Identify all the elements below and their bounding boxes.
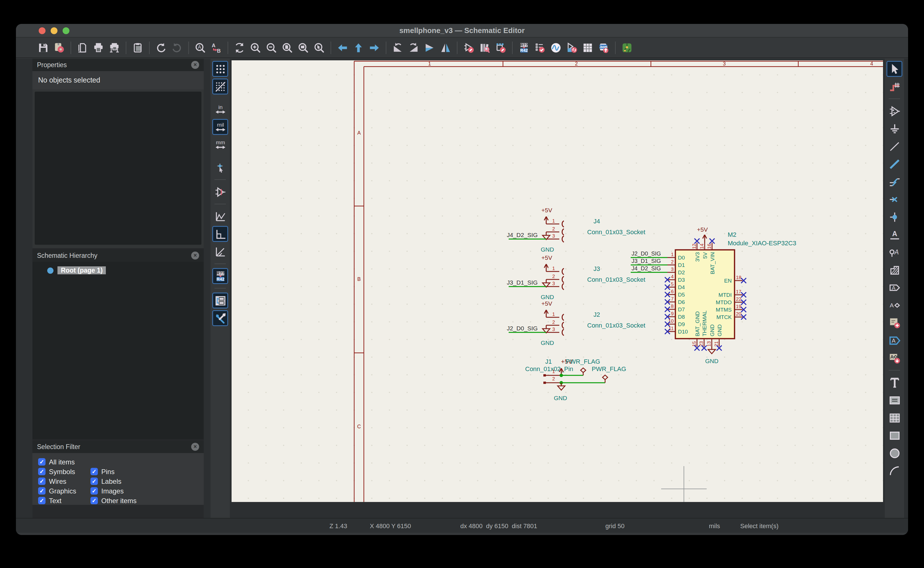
zoom-fit-objects-button[interactable]	[295, 39, 311, 56]
plot-button[interactable]	[106, 39, 122, 56]
module-M2[interactable]: M2Module_XIAO-ESP32C31D0J2_D0_SIG2D1J3_D…	[631, 226, 796, 364]
paste-button[interactable]	[130, 39, 146, 56]
checkbox-checked-icon[interactable]: ✓	[38, 477, 45, 485]
filter-checkbox-graphics[interactable]: ✓Graphics	[38, 487, 90, 495]
connector-J4[interactable]: +5V123GNDJ4Conn_01x03_SocketJ4_D2_SIG	[506, 207, 645, 253]
add-textbox-button[interactable]	[886, 392, 902, 408]
highlight-net-button[interactable]	[886, 79, 902, 94]
schematic-drawing[interactable]: 1234ABC+5V123GNDJ4Conn_01x03_SocketJ4_D2…	[232, 60, 883, 502]
erc-button[interactable]	[532, 39, 548, 56]
add-symbol-button[interactable]	[886, 103, 902, 119]
annotate-auto-icon: R??R42	[214, 269, 227, 282]
schematic-canvas[interactable]: 1234ABC+5V123GNDJ4Conn_01x03_SocketJ4_D2…	[232, 60, 883, 502]
zoom-fit-page-button[interactable]	[279, 39, 295, 56]
filter-checkbox-labels[interactable]: ✓Labels	[90, 477, 122, 485]
rotate-cw-button[interactable]	[405, 39, 422, 56]
wire-90deg-button[interactable]	[212, 226, 228, 242]
refresh-view-button[interactable]	[232, 39, 247, 56]
mirror-horizontal-button[interactable]	[437, 39, 454, 56]
export-bom-button[interactable]: .bom	[596, 39, 612, 56]
checkbox-checked-icon[interactable]: ✓	[38, 468, 45, 475]
checkbox-checked-icon[interactable]: ✓	[90, 487, 98, 495]
symbol-editor-button[interactable]	[461, 39, 477, 56]
filter-checkbox-wires[interactable]: ✓Wires	[38, 477, 90, 485]
filter-checkbox-pins[interactable]: ✓Pins	[90, 468, 115, 476]
undo-button[interactable]	[153, 39, 169, 56]
page-settings-button[interactable]	[75, 39, 90, 56]
cursor-full-crosshair-button[interactable]	[212, 159, 228, 175]
units-mm-button[interactable]: mm	[212, 137, 228, 153]
hierarchical-label-button[interactable]: A	[886, 297, 902, 313]
close-icon[interactable]: ×	[191, 252, 199, 260]
rotate-ccw-button[interactable]	[390, 39, 405, 56]
checkbox-checked-icon[interactable]: ✓	[90, 477, 98, 485]
filter-checkbox-images[interactable]: ✓Images	[90, 487, 124, 495]
add-arc-button[interactable]	[886, 463, 902, 479]
symbol-fields-table-button[interactable]	[580, 39, 596, 56]
zoom-out-button[interactable]	[264, 39, 279, 56]
wire-45deg-button[interactable]	[212, 243, 228, 260]
footprint-editor-button[interactable]	[493, 39, 509, 56]
properties-panel-button[interactable]	[212, 310, 228, 326]
find-replace-button[interactable]: AB	[208, 39, 224, 56]
simulator-button[interactable]	[548, 39, 564, 56]
redo-button[interactable]	[169, 39, 185, 56]
annotate-auto-button[interactable]: R??R42	[212, 268, 228, 284]
symbol-library-browser-button[interactable]	[477, 39, 493, 56]
annotate-button[interactable]: R??R42	[516, 39, 532, 56]
mirror-vertical-button[interactable]	[422, 39, 437, 56]
hidden-pins-button[interactable]	[212, 184, 228, 200]
assign-footprints-button[interactable]	[564, 39, 580, 56]
add-table-button[interactable]	[886, 410, 902, 426]
select-tool-button[interactable]	[886, 61, 902, 77]
zoom-in-button[interactable]	[247, 39, 264, 56]
filter-checkbox-other-items[interactable]: ✓Other items	[90, 497, 137, 505]
nav-forward-button[interactable]	[366, 39, 382, 56]
checkbox-checked-icon[interactable]: ✓	[90, 468, 98, 475]
close-icon[interactable]: ×	[191, 443, 199, 451]
net-label-button[interactable]: A	[886, 227, 902, 242]
pcb-editor-button[interactable]	[619, 39, 635, 56]
netclass-directive-button[interactable]: A	[886, 244, 902, 260]
add-sheet-button[interactable]	[886, 315, 902, 331]
filter-checkbox-symbols[interactable]: ✓Symbols	[38, 468, 90, 476]
add-circle-button[interactable]	[886, 445, 902, 461]
save-button[interactable]	[35, 39, 51, 56]
units-mil-button[interactable]: mil	[212, 119, 228, 135]
no-connect-flag-button[interactable]	[886, 191, 902, 207]
add-junction-button[interactable]	[886, 209, 902, 225]
zoom-selection-button[interactable]	[311, 39, 327, 56]
nav-back-button[interactable]	[335, 39, 350, 56]
hierarchy-navigator-button[interactable]	[212, 293, 228, 308]
add-sheet-pin-button[interactable]: A	[886, 350, 902, 366]
bus-entry-button[interactable]	[886, 174, 902, 190]
hierarchy-item-root[interactable]: Root (page 1)	[32, 262, 204, 274]
filter-checkbox-all-items[interactable]: ✓All items	[38, 458, 90, 466]
filter-checkbox-text[interactable]: ✓Text	[38, 497, 90, 505]
wire-free-angle-button[interactable]	[212, 208, 228, 224]
grid-show-button[interactable]	[212, 61, 228, 77]
units-in-button[interactable]: in	[212, 101, 228, 117]
connector-J2[interactable]: +5V123GNDJ2Conn_01x03_SocketJ2_D0_SIG	[506, 300, 645, 346]
checkbox-checked-icon[interactable]: ✓	[38, 497, 45, 504]
connector-J3[interactable]: +5V123GNDJ3Conn_01x03_SocketJ3_D1_SIG	[506, 254, 645, 300]
print-button[interactable]	[90, 39, 106, 56]
connector-J1[interactable]: J1+5VPWR_FLAGConn_01x02_PinPWR_FLAG12GND	[525, 358, 626, 401]
import-sheet-pin-button[interactable]: A	[886, 332, 902, 348]
rule-area-button[interactable]	[886, 262, 902, 278]
checkbox-checked-icon[interactable]: ✓	[90, 497, 98, 504]
find-button[interactable]: A	[192, 39, 208, 56]
svg-text:A: A	[212, 42, 216, 48]
close-icon[interactable]: ×	[191, 61, 199, 69]
add-wire-button[interactable]	[886, 138, 902, 154]
add-text-button[interactable]	[886, 375, 902, 390]
add-rectangle-button[interactable]	[886, 428, 902, 443]
checkbox-checked-icon[interactable]: ✓	[38, 487, 45, 495]
schematic-setup-button[interactable]	[51, 39, 67, 56]
grid-overrides-button[interactable]	[212, 79, 228, 94]
checkbox-checked-icon[interactable]: ✓	[38, 458, 45, 465]
add-bus-button[interactable]	[886, 156, 902, 172]
global-label-button[interactable]: A	[886, 279, 902, 295]
add-power-button[interactable]	[886, 121, 902, 137]
nav-up-button[interactable]	[350, 39, 366, 56]
